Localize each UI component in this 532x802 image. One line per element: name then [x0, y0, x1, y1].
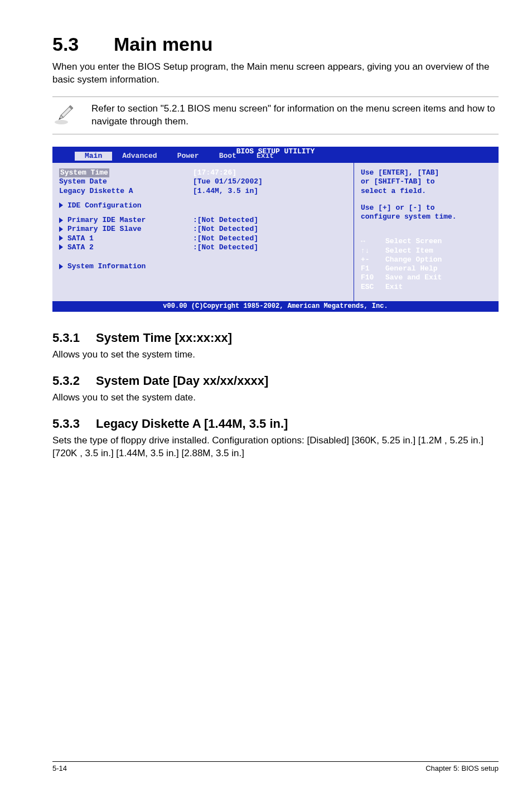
page-number: 5-14 [52, 764, 67, 772]
bios-key: ↔ [361, 237, 385, 246]
bios-key-desc: Exit [385, 283, 403, 292]
bios-help-line: or [SHIFT-TAB] to [361, 177, 492, 186]
bios-key-desc: Save and Exit [385, 273, 442, 282]
bios-help-line: Use [ENTER], [TAB] [361, 168, 492, 177]
bios-item-sata2[interactable]: SATA 2 [67, 243, 94, 252]
triangle-icon [59, 226, 63, 232]
note-text: Refer to section "5.2.1 BIOS menu screen… [91, 103, 499, 128]
bios-help-pane: Use [ENTER], [TAB] or [SHIFT-TAB] to sel… [354, 163, 499, 301]
bios-key: F10 [361, 273, 385, 282]
bios-item-primary-slave[interactable]: Primary IDE Slave [67, 225, 142, 233]
page-footer: 5-14 Chapter 5: BIOS setup [52, 761, 499, 772]
subsection-number: 5.3.3 [52, 417, 96, 431]
subsection-number: 5.3.2 [52, 374, 96, 388]
bios-item-primary-master[interactable]: Primary IDE Master [67, 216, 146, 224]
bios-help-line: configure system time. [361, 212, 492, 221]
bios-field-legacy-diskette[interactable]: Legacy Diskette A [59, 187, 193, 196]
bios-value-sata2: :[Not Detected] [193, 243, 258, 252]
subsection-heading: 5.3.2System Date [Day xx/xx/xxxx] [52, 374, 499, 388]
subsection-title: Legacy Diskette A [1.44M, 3.5 in.] [96, 417, 288, 431]
bios-footer: v00.00 (C)Copyright 1985-2002, American … [52, 301, 499, 312]
subsection-body: Sets the type of floppy drive installed.… [52, 434, 499, 460]
bios-title: BIOS SETUP UTILITY [236, 147, 315, 156]
section-heading: 5.3Main menu [52, 33, 499, 55]
triangle-icon [59, 244, 63, 250]
svg-point-0 [55, 120, 68, 124]
bios-key-desc: Select Item [385, 247, 433, 255]
bios-value-primary-slave: :[Not Detected] [193, 225, 258, 234]
bios-key: +- [361, 255, 385, 264]
bios-key-desc: General Help [385, 264, 438, 273]
bios-value-system-time[interactable]: [17:47:26] [193, 168, 236, 177]
subsection-heading: 5.3.1System Time [xx:xx:xx] [52, 331, 499, 345]
note-block: Refer to section "5.2.1 BIOS menu screen… [52, 96, 499, 134]
triangle-icon [59, 264, 63, 269]
pencil-icon [52, 103, 76, 126]
subsection-body: Allows you to set the system time. [52, 349, 499, 361]
bios-tab-advanced[interactable]: Advanced [112, 152, 167, 161]
bios-help-line: Use [+] or [-] to [361, 204, 492, 212]
subsection-title: System Time [xx:xx:xx] [96, 331, 232, 345]
bios-field-system-time[interactable]: System Time [59, 168, 109, 177]
bios-item-system-info[interactable]: System Information [67, 262, 146, 270]
bios-value-system-date[interactable]: [Tue 01/15/2002] [193, 177, 263, 186]
subsection-number: 5.3.1 [52, 331, 96, 345]
subsection-title: System Date [Day xx/xx/xxxx] [96, 374, 268, 388]
bios-tab-power[interactable]: Power [167, 152, 209, 161]
bios-tab-main[interactable]: Main [75, 152, 112, 161]
subsection-heading: 5.3.3Legacy Diskette A [1.44M, 3.5 in.] [52, 417, 499, 431]
bios-key: F1 [361, 264, 385, 273]
bios-value-primary-master: :[Not Detected] [193, 216, 258, 225]
section-number: 5.3 [52, 33, 114, 55]
bios-screenshot: BIOS SETUP UTILITY Main Advanced Power B… [52, 147, 499, 312]
bios-item-ide-config[interactable]: IDE Configuration [67, 201, 142, 210]
bios-help-line: select a field. [361, 187, 492, 196]
bios-item-sata1[interactable]: SATA 1 [67, 234, 94, 243]
triangle-icon [59, 218, 63, 223]
bios-key: ↑↓ [361, 247, 385, 255]
section-title: Main menu [114, 33, 213, 55]
bios-key-desc: Select Screen [385, 237, 442, 246]
intro-paragraph: When you enter the BIOS Setup program, t… [52, 61, 499, 86]
page-footer-right: Chapter 5: BIOS setup [425, 764, 499, 772]
bios-key-desc: Change Option [385, 255, 442, 264]
triangle-icon [59, 235, 63, 241]
bios-field-system-date[interactable]: System Date [59, 177, 193, 186]
triangle-icon [59, 202, 63, 208]
bios-left-pane: System Time [17:47:26] System Date [Tue … [52, 163, 354, 301]
bios-key: ESC [361, 283, 385, 292]
bios-value-legacy-diskette[interactable]: [1.44M, 3.5 in] [193, 187, 258, 196]
bios-value-sata1: :[Not Detected] [193, 234, 258, 243]
subsection-body: Allows you to set the system date. [52, 392, 499, 404]
